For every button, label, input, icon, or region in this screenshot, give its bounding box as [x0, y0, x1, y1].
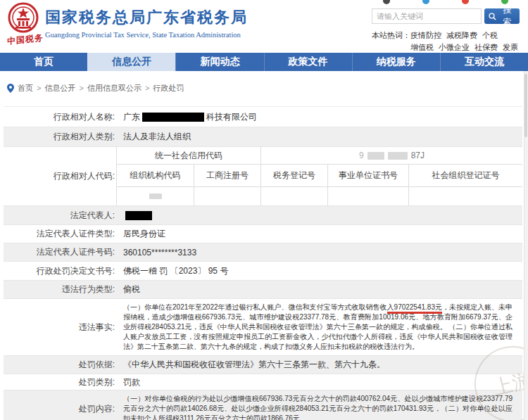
table-row-penalty-content: 处罚内容: （一）对你单位偷税的行为处以少缴增值税667936.73元百分之六十…: [4, 390, 522, 420]
field-label: 处罚内容:: [4, 403, 116, 415]
hot-words-label: 本站热词：: [372, 30, 410, 53]
nav-item-policy[interactable]: 政策文件: [264, 53, 352, 71]
site-subtitle-en: Guangdong Provincial Tax Service, State …: [45, 31, 248, 39]
facts-text: （一）你单位在2021年至2022年通过银行私人账户、微信和支付宝等方式收取销售…: [116, 299, 522, 355]
credit-code-start: 9: [359, 151, 364, 160]
field-label: 法定代表人证件类型:: [4, 228, 116, 240]
table-row-violation-type: 违法行为类型: 偷税: [4, 281, 522, 299]
share-icons: [383, 0, 508, 4]
field-label: 行政相对人名称:: [4, 111, 116, 123]
search-button-label: 搜索: [499, 4, 515, 28]
credit-code-value: 9 87J: [261, 147, 522, 164]
breadcrumb-separator: >: [79, 84, 83, 92]
table-row-category: 行政相对人类别: 法人及非法人组织: [4, 127, 522, 147]
nav-item-info-disclosure[interactable]: 信息公开: [87, 53, 175, 71]
table-row-penalty-type: 处罚类别: 罚款: [4, 374, 522, 390]
national-emblem-icon: [6, 1, 45, 35]
blurred-value: [388, 152, 408, 160]
site-header: 中国税务 国家税务总局广东省税务局 Guangdong Provincial T…: [0, 0, 528, 53]
breadcrumb: 首页 > 信息公开 > 信用信息双公示 > 行政处罚: [0, 71, 528, 96]
breadcrumb-info-disclosure[interactable]: 信息公开: [44, 83, 75, 94]
breadcrumb-separator: >: [145, 84, 149, 92]
hot-word-link[interactable]: 减税降费: [446, 30, 477, 42]
field-label: 处罚依据:: [4, 359, 116, 371]
code-sub-table: 统一社会信用代码 9 87J 组织机构代码 工商注册号 税务登记号 事业单位证书…: [116, 147, 522, 205]
legal-rep-value: [116, 210, 522, 220]
code-header-tax-reg: 税务登记号: [261, 165, 328, 186]
hot-word-link[interactable]: 增值税: [410, 42, 434, 53]
table-row-facts: 违法事实: （一）你单位在2021年至2022年通过银行私人账户、微信和支付宝等…: [4, 299, 522, 356]
code-header-org: 组织机构代码: [117, 165, 194, 186]
penalty-content-text: （一）对你单位偷税的行为处以少缴增值税667936.73元百分之六十的罚款400…: [116, 390, 522, 420]
code-value-org: [117, 187, 194, 205]
credit-code-header: 统一社会信用代码: [117, 147, 261, 164]
field-label: 行政相对人代码:: [4, 147, 116, 205]
cert-no-value: 360105********3133: [116, 248, 522, 257]
basis-value: 《中华人民共和国税收征收管理法》第六十三条第一款、第六十九条。: [116, 359, 522, 371]
blurred-value: [367, 152, 384, 160]
code-value-tax-reg: [261, 187, 328, 205]
code-header-social-org: 社会组织登记证号: [409, 165, 522, 186]
hot-word-link[interactable]: 发票: [503, 42, 518, 53]
code-header-institution: 事业单位证书号: [328, 165, 409, 186]
party-category-value: 法人及非法人组织: [116, 131, 522, 143]
party-name-prefix: 广东: [123, 112, 140, 122]
table-row-decision-doc: 行政处罚决定文书号: 佛税一稽 罚 〔2023〕 95 号: [4, 262, 522, 281]
agency-logo: 中国税务: [6, 1, 45, 46]
breadcrumb-separator: >: [37, 84, 41, 92]
cert-type-value: 居民身份证: [116, 228, 522, 240]
hot-word-link[interactable]: 个税: [482, 30, 498, 42]
party-name-suffix: 科技有限公司: [206, 112, 257, 122]
hot-words: 本站热词： 疫情防控 减税降费 个税 增值税 小微企业 社保费 发票: [372, 30, 520, 53]
blurred-value: [149, 193, 162, 199]
main-nav: 首页 信息公开 新闻动态 政策文件 纳税服务 互动交流: [0, 53, 528, 71]
share-icon-dark[interactable]: [383, 0, 390, 4]
field-label: 违法事实:: [4, 322, 116, 333]
vertical-scrollbar[interactable]: [524, 71, 528, 420]
facts-highlighted-amount: 入97022541.83元: [387, 303, 442, 314]
share-icon-weibo[interactable]: [422, 0, 429, 4]
penalty-detail-table: 行政相对人名称: 广东科技有限公司 行政相对人类别: 法人及非法人组织 行政相对…: [4, 106, 522, 420]
table-row-legal-rep: 法定代表人:: [4, 206, 522, 225]
search-input[interactable]: [372, 8, 482, 24]
table-row-basis: 处罚依据: 《中华人民共和国税收征收管理法》第六十三条第一款、第六十九条。: [4, 356, 522, 374]
code-value-institution: [328, 187, 409, 205]
decision-doc-value: 佛税一稽 罚 〔2023〕 95 号: [116, 265, 522, 277]
field-label: 违法行为类型:: [4, 284, 116, 295]
share-icon-red[interactable]: [462, 0, 469, 4]
magnifier-icon: [489, 13, 496, 20]
code-value-social-org: [409, 187, 522, 205]
table-row-cert-type: 法定代表人证件类型: 居民身份证: [4, 225, 522, 243]
nav-item-interaction[interactable]: 互动交流: [440, 53, 528, 71]
site-title: 国家税务总局广东省税务局: [45, 7, 248, 28]
field-label: 法定代表人证件号码:: [4, 246, 116, 258]
table-row-name: 行政相对人名称: 广东科技有限公司: [4, 107, 522, 127]
facts-before: （一）你单位在2021年至2022年通过银行私人账户、微信和支付宝等方式收取销售…: [123, 303, 387, 311]
violation-type-value: 偷税: [116, 284, 522, 295]
field-label: 法定代表人:: [4, 210, 116, 222]
code-value-business: [194, 187, 261, 205]
hot-word-link[interactable]: 社保费: [474, 42, 498, 53]
field-label: 处罚类别:: [4, 376, 116, 388]
scrollbar-thumb[interactable]: [524, 74, 527, 137]
table-row-cert-no: 法定代表人证件号码: 360105********3133: [4, 243, 522, 262]
nav-item-tax-service[interactable]: 纳税服务: [352, 53, 440, 71]
field-label: 行政相对人类别:: [4, 131, 116, 143]
credit-code-end: 87J: [411, 151, 425, 160]
location-pin-icon: [7, 84, 14, 93]
nav-item-home[interactable]: 首页: [0, 53, 87, 71]
hot-word-link[interactable]: 小微企业: [439, 42, 470, 53]
nav-item-news[interactable]: 新闻动态: [175, 53, 263, 71]
breadcrumb-home[interactable]: 首页: [18, 83, 33, 94]
redaction-box: [125, 211, 152, 220]
penalty-type-value: 罚款: [116, 376, 522, 388]
field-label: 行政处罚决定文书号:: [4, 265, 116, 277]
hot-word-link[interactable]: 疫情防控: [410, 30, 441, 42]
table-row-codes: 行政相对人代码: 统一社会信用代码 9 87J 组织机构代码 工商注册号 税务登…: [4, 147, 522, 206]
redaction-box: [142, 113, 204, 122]
breadcrumb-credit-publicity[interactable]: 信用信息双公示: [87, 83, 142, 94]
party-name-value: 广东科技有限公司: [116, 111, 522, 123]
code-header-business: 工商注册号: [194, 165, 261, 186]
search-button[interactable]: 搜索: [484, 8, 520, 24]
breadcrumb-current-page: 行政处罚: [153, 83, 184, 94]
